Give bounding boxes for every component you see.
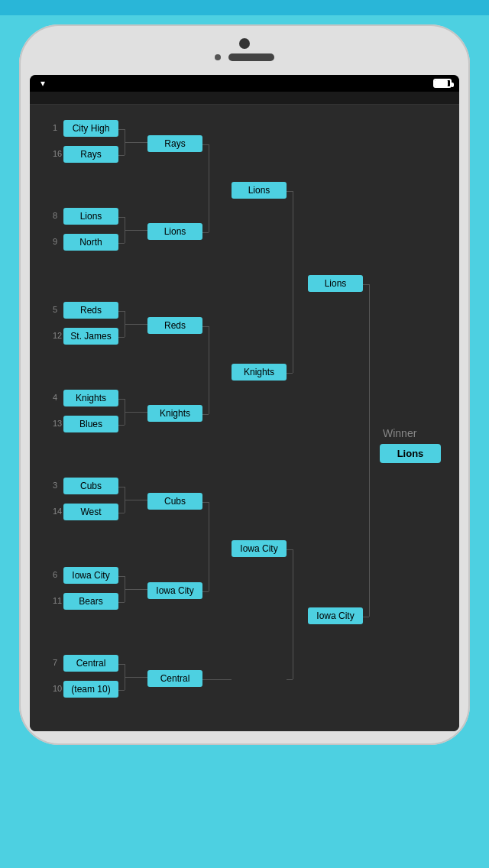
team-box[interactable]: Blues (63, 416, 118, 432)
bracket-area: 1City High16Rays8Lions9North5Reds12St. J… (30, 105, 459, 731)
seed-label: 8 (53, 211, 57, 220)
connector-line (125, 324, 147, 325)
top-banner (0, 0, 489, 15)
connector-line (118, 425, 125, 426)
speaker-row (215, 53, 274, 61)
seed-label: 16 (53, 149, 62, 158)
seed-label: 1 (53, 123, 57, 132)
connector-line (118, 576, 125, 577)
connector-line (202, 502, 209, 503)
seed-label: 3 (53, 481, 57, 490)
team-box[interactable]: Iowa City (232, 540, 287, 557)
connector-line (209, 144, 209, 232)
battery-fill (435, 80, 448, 86)
team-box[interactable]: Rays (63, 146, 118, 163)
connector-line (118, 690, 125, 691)
connector-line (209, 679, 232, 680)
connector-line (293, 549, 293, 679)
connector-line (202, 326, 209, 327)
team-box[interactable]: Lions (147, 223, 202, 240)
phone-top (30, 38, 459, 67)
team-box[interactable]: Reds (63, 302, 118, 319)
connector-line (118, 487, 125, 487)
nav-bar (30, 92, 459, 105)
team-box[interactable]: (team 10) (63, 681, 118, 698)
team-box[interactable]: North (63, 234, 118, 251)
connector-line (209, 502, 209, 591)
team-box[interactable]: Rays (147, 135, 202, 152)
dot (215, 54, 221, 60)
connector-line (202, 591, 209, 592)
winner-label: Winner (383, 427, 416, 439)
team-box[interactable]: Bears (63, 593, 118, 610)
connector-line (287, 549, 293, 550)
connector-line (287, 679, 293, 680)
seed-label: 12 (53, 331, 62, 340)
team-box[interactable]: Lions (308, 275, 363, 292)
team-box[interactable]: Central (63, 655, 118, 672)
team-box[interactable]: Iowa City (308, 607, 363, 624)
connector-line (118, 243, 125, 244)
connector-line (125, 677, 147, 678)
camera (239, 38, 250, 49)
team-box[interactable]: Knights (63, 390, 118, 406)
team-box[interactable]: Lions (232, 182, 287, 199)
wifi-icon: ▾ (40, 78, 45, 89)
team-box[interactable]: Knights (232, 364, 287, 381)
connector-line (209, 326, 209, 414)
connector-line (118, 664, 125, 665)
status-bar: ▾ (30, 75, 459, 92)
connector-line (202, 144, 209, 145)
connector-line (202, 414, 209, 415)
bracket-container: 1City High16Rays8Lions9North5Reds12St. J… (36, 112, 453, 724)
phone-frame: ▾ 1City High16Rays8Lions9North5Reds12St.… (19, 24, 470, 745)
team-box[interactable]: West (63, 504, 118, 520)
team-box[interactable]: Cubs (147, 493, 202, 510)
battery-icon (433, 79, 452, 88)
connector-line (369, 284, 370, 617)
connector-line (125, 230, 147, 231)
connector-line (118, 155, 125, 156)
team-box[interactable]: City High (63, 120, 118, 137)
connector-line (118, 399, 125, 400)
speaker (228, 53, 274, 61)
connector-line (125, 412, 147, 413)
connector-line (202, 679, 209, 680)
team-box[interactable]: Iowa City (63, 567, 118, 584)
seed-label: 14 (53, 507, 62, 516)
connector-line (287, 373, 293, 374)
status-left: ▾ (37, 78, 45, 89)
connector-line (118, 602, 125, 603)
team-box[interactable]: Central (147, 670, 202, 687)
connector-line (202, 232, 209, 233)
winner-box[interactable]: Lions (380, 444, 441, 463)
connector-line (293, 191, 293, 373)
team-box[interactable]: Iowa City (147, 582, 202, 599)
seed-label: 13 (53, 419, 62, 428)
team-box[interactable]: St. James (63, 328, 118, 345)
phone-screen: ▾ 1City High16Rays8Lions9North5Reds12St.… (30, 75, 459, 731)
connector-line (125, 589, 147, 590)
connector-line (125, 142, 147, 143)
connector-line (118, 311, 125, 312)
seed-label: 6 (53, 570, 57, 579)
seed-label: 7 (53, 658, 57, 667)
team-box[interactable]: Lions (63, 208, 118, 225)
seed-label: 5 (53, 305, 57, 314)
connector-line (363, 617, 369, 617)
connector-line (118, 513, 125, 513)
team-box[interactable]: Knights (147, 405, 202, 422)
connector-line (287, 191, 293, 192)
connector-line (118, 337, 125, 338)
seed-label: 9 (53, 237, 57, 246)
connector-line (118, 129, 125, 130)
seed-label: 4 (53, 393, 57, 402)
seed-label: 11 (53, 596, 62, 605)
connector-line (118, 217, 125, 218)
connector-line (363, 284, 369, 285)
team-box[interactable]: Cubs (63, 478, 118, 494)
connector-line (125, 500, 147, 500)
seed-label: 10 (53, 684, 62, 693)
team-box[interactable]: Reds (147, 317, 202, 334)
